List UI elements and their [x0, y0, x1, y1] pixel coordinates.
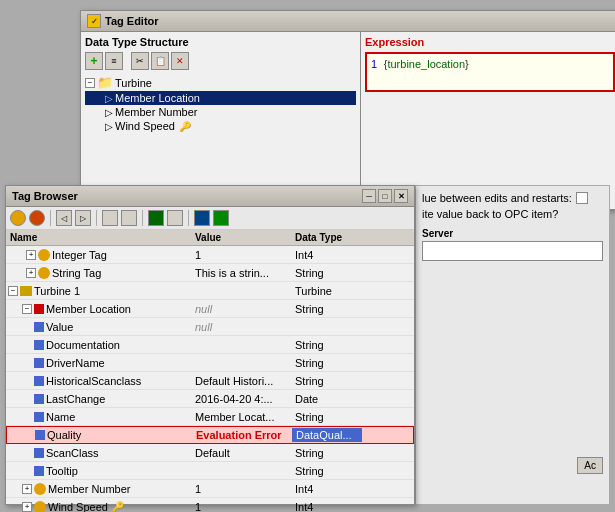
row-quality-type: DataQual... — [292, 428, 362, 442]
row-lc-label: LastChange — [46, 393, 105, 405]
row-wind-speed[interactable]: + Wind Speed 🔑 1 Int4 — [6, 498, 414, 512]
row-mn-expand[interactable]: + — [22, 484, 32, 494]
row-ws-value: 1 — [191, 500, 291, 513]
browser-table-body: + Integer Tag 1 Int4 + String Tag This i… — [6, 246, 414, 512]
row-sc-label: ScanClass — [46, 447, 99, 459]
tb-btn4[interactable] — [121, 210, 137, 226]
browser-maximize-btn[interactable]: □ — [378, 189, 392, 203]
row-quality[interactable]: Quality Evaluation Error DataQual... — [6, 426, 414, 444]
row-drivername[interactable]: DriverName String — [6, 354, 414, 372]
row-documentation-name: Documentation — [6, 338, 191, 352]
cut-btn[interactable]: ✂ — [131, 52, 149, 70]
row-value-name: Value — [6, 320, 191, 334]
tb-sep4 — [188, 210, 189, 226]
browser-title: Tag Browser — [12, 190, 78, 202]
tb-sep3 — [142, 210, 143, 226]
expression-box[interactable]: 1 {turbine_location} — [365, 52, 615, 92]
row-turbine1-icon — [20, 286, 32, 296]
rsp-server-dropdown[interactable] — [422, 241, 603, 261]
row-name-value: Member Locat... — [191, 410, 291, 424]
structure-tree: − 📁 Turbine ▷ Member Location ▷ Member N… — [85, 74, 356, 133]
row-documentation[interactable]: Documentation String — [6, 336, 414, 354]
tree-item-member-number[interactable]: ▷ Member Number — [85, 105, 356, 119]
rsp-label2: ite value back to OPC item? — [422, 208, 558, 220]
header-scroll — [361, 231, 375, 244]
row-scanclass[interactable]: ScanClass Default String — [6, 444, 414, 462]
list-btn[interactable]: ≡ — [105, 52, 123, 70]
row-member-number[interactable]: + Member Number 1 Int4 — [6, 480, 414, 498]
tree-item-wind-speed[interactable]: ▷ Wind Speed 🔑 — [85, 119, 356, 133]
expr-close-brace: } — [465, 58, 469, 70]
rsp-checkbox1[interactable] — [576, 192, 588, 204]
row-string-tag[interactable]: + String Tag This is a strin... String — [6, 264, 414, 282]
tree-item-member-location[interactable]: ▷ Member Location — [85, 91, 356, 105]
copy-btn[interactable]: 📋 — [151, 52, 169, 70]
browser-title-buttons: ─ □ ✕ — [362, 189, 408, 203]
delete-btn[interactable]: ✕ — [171, 52, 189, 70]
row-historicalscanclass[interactable]: HistoricalScanclass Default Histori... S… — [6, 372, 414, 390]
member-location-label: Member Location — [115, 92, 200, 104]
member-location-leaf-icon: ▷ — [105, 93, 113, 104]
browser-minimize-btn[interactable]: ─ — [362, 189, 376, 203]
rsp-label1: lue between edits and restarts: — [422, 192, 572, 204]
row-doc-type: String — [291, 338, 361, 352]
header-name: Name — [6, 231, 191, 244]
row-sc-name: ScanClass — [6, 446, 191, 460]
row-mn-name: + Member Number — [6, 482, 191, 496]
row-lastchange[interactable]: LastChange 2016-04-20 4:... Date — [6, 390, 414, 408]
row-ml-expand[interactable]: − — [22, 304, 32, 314]
row-mn-type: Int4 — [291, 482, 361, 496]
row-quality-icon — [35, 430, 45, 440]
row-string-tag-expand[interactable]: + — [26, 268, 36, 278]
tb-btn5[interactable] — [167, 210, 183, 226]
row-integer-tag-label: Integer Tag — [52, 249, 107, 261]
row-quality-label: Quality — [47, 429, 81, 441]
row-member-location[interactable]: − Member Location null String — [6, 300, 414, 318]
expr-number: 1 — [371, 58, 377, 70]
row-string-tag-name: + String Tag — [6, 266, 191, 280]
row-ws-expand[interactable]: + — [22, 502, 32, 512]
row-sc-icon — [34, 448, 44, 458]
tb-tag2-icon — [29, 210, 45, 226]
tb-btn-blue[interactable] — [194, 210, 210, 226]
row-turbine1-name: − Turbine 1 — [6, 284, 191, 298]
tag-editor-titlebar: ✓ Tag Editor — [81, 11, 615, 32]
row-tooltip-name: Tooltip — [6, 464, 191, 478]
row-value[interactable]: Value null — [6, 318, 414, 336]
row-dn-value — [191, 362, 291, 364]
rsp-row1: lue between edits and restarts: — [422, 192, 603, 204]
row-integer-tag-expand[interactable]: + — [26, 250, 36, 260]
right-side-panel: lue between edits and restarts: ite valu… — [415, 185, 610, 505]
row-ws-key-icon: 🔑 — [112, 501, 124, 512]
row-hsc-value: Default Histori... — [191, 374, 291, 388]
tb-btn-back[interactable]: ◁ — [56, 210, 72, 226]
tb-sep2 — [96, 210, 97, 226]
row-string-tag-label: String Tag — [52, 267, 101, 279]
row-turbine1-expand[interactable]: − — [8, 286, 18, 296]
row-mn-label: Member Number — [48, 483, 131, 495]
tb-btn-green1[interactable] — [148, 210, 164, 226]
row-lc-icon — [34, 394, 44, 404]
row-integer-tag[interactable]: + Integer Tag 1 Int4 — [6, 246, 414, 264]
tb-btn3[interactable] — [102, 210, 118, 226]
tb-btn-fwd[interactable]: ▷ — [75, 210, 91, 226]
browser-close-btn[interactable]: ✕ — [394, 189, 408, 203]
tb-btn-green2[interactable] — [213, 210, 229, 226]
row-value-type — [291, 326, 361, 328]
turbine-expand[interactable]: − — [85, 78, 95, 88]
expression-panel: Expression 1 {turbine_location} — [361, 32, 615, 208]
row-ml-label: Member Location — [46, 303, 131, 315]
row-name[interactable]: Name Member Locat... String — [6, 408, 414, 426]
row-tooltip[interactable]: Tooltip String — [6, 462, 414, 480]
tb-tag-icon — [10, 210, 26, 226]
row-turbine1-label: Turbine 1 — [34, 285, 80, 297]
row-hsc-type: String — [291, 374, 361, 388]
row-hsc-name: HistoricalScanclass — [6, 374, 191, 388]
rsp-action-btn[interactable]: Ac — [577, 457, 603, 474]
row-turbine1-type: Turbine — [291, 284, 361, 298]
tag-browser-window: Tag Browser ─ □ ✕ ◁ ▷ Name Value Data Ty… — [5, 185, 415, 505]
row-turbine1[interactable]: − Turbine 1 Turbine — [6, 282, 414, 300]
row-lc-value: 2016-04-20 4:... — [191, 392, 291, 406]
add-btn[interactable]: + — [85, 52, 103, 70]
header-value: Value — [191, 231, 291, 244]
